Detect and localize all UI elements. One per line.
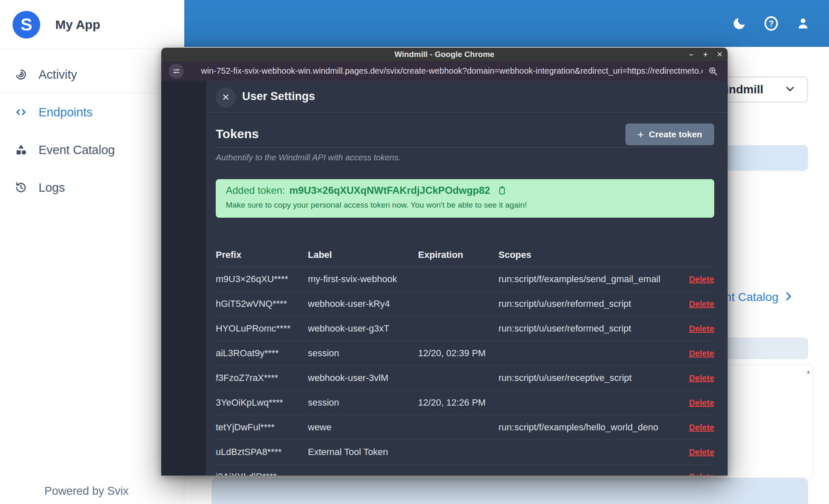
sidebar-item-label: Activity	[39, 68, 77, 82]
added-token-text: Added token:	[226, 185, 285, 196]
table-row: i9AiXYLdlR**** ... Delete	[216, 465, 714, 476]
table-row: uLdBztSPA8**** External Tool Token Delet…	[216, 440, 714, 465]
sidebar-item-endpoints[interactable]: Endpoints	[0, 97, 184, 127]
table-row: HYOLuPRomc**** webhook-user-g3xT run:scr…	[216, 316, 714, 341]
token-scopes: run:script/u/user/receptive_script	[498, 373, 689, 383]
minimize-button[interactable]: –	[686, 49, 696, 59]
plus-icon: +	[638, 129, 644, 140]
sidebar-item-label: Event Catalog	[39, 143, 115, 157]
divider	[216, 147, 714, 148]
token-prefix: tetYjDwFul****	[216, 422, 308, 433]
delete-token-link[interactable]: Delete	[689, 423, 714, 432]
token-label: webhook-user-3vlM	[308, 373, 418, 383]
sidebar-item-event-catalog[interactable]: Event Catalog	[0, 135, 184, 165]
code-brackets-icon	[14, 105, 28, 119]
table-row: aiL3ROat9y**** session 12/20, 02:39 PM D…	[216, 341, 714, 366]
token-label: webhook-user-kRy4	[308, 298, 418, 309]
sidebar-item-activity[interactable]: Activity	[0, 59, 184, 90]
window-title: Windmill - Google Chrome	[395, 50, 494, 59]
user-icon[interactable]	[795, 16, 811, 31]
page-backdrop	[161, 81, 206, 476]
dark-mode-moon-icon[interactable]	[732, 16, 747, 31]
table-body: m9U3×26qXU**** my-first-svix-webhook run…	[216, 267, 714, 476]
header-expiration: Expiration	[418, 249, 498, 260]
token-scopes: run:script/u/user/reformed_script	[498, 298, 689, 309]
delete-token-link[interactable]: Delete	[689, 398, 714, 408]
header-prefix: Prefix	[216, 249, 308, 260]
svix-logo-icon: S	[13, 11, 40, 39]
token-label: session	[308, 348, 418, 359]
token-label: ...	[308, 471, 418, 476]
settings-page: ✕ User Settings Tokens + Create token Au…	[161, 81, 728, 476]
chrome-window: Windmill - Google Chrome – + ✕ win-752-f…	[161, 48, 728, 476]
shapes-icon	[14, 143, 28, 157]
token-prefix: 3YeOiKpLwq****	[216, 397, 308, 408]
delete-token-link[interactable]: Delete	[689, 299, 714, 309]
token-prefix: hGiT52wVNQ****	[216, 298, 308, 309]
token-label: webhook-user-g3xT	[308, 323, 418, 334]
event-catalog-link[interactable]: ent Catalog	[718, 290, 794, 305]
drawer-title: User Settings	[242, 81, 315, 112]
delete-token-link[interactable]: Delete	[689, 324, 714, 334]
table-row: 3YeOiKpLwq**** session 12/20, 12:26 PM D…	[216, 391, 714, 415]
url-bar[interactable]: win-752-fix-svix-webhook-win.windmill.pa…	[161, 61, 728, 81]
token-expiration: 12/20, 12:26 PM	[418, 397, 498, 408]
table-row: m9U3×26qXU**** my-first-svix-webhook run…	[216, 267, 714, 292]
close-window-button[interactable]: ✕	[715, 49, 725, 59]
url-text[interactable]: win-752-fix-svix-webhook-win.windmill.pa…	[201, 61, 702, 81]
help-icon[interactable]: ?	[764, 16, 779, 31]
token-value: m9U3×26qXUXqNWtFAKrdjJCkPOdwgp82	[289, 185, 490, 196]
create-token-button[interactable]: + Create token	[625, 123, 714, 145]
token-prefix: f3FzoZ7raX****	[216, 373, 308, 383]
window-controls: – + ✕	[686, 48, 725, 61]
table-row: hGiT52wVNQ**** webhook-user-kRy4 run:scr…	[216, 292, 714, 316]
token-prefix: aiL3ROat9y****	[216, 348, 308, 359]
sidebar: S My App Activity Endpoints	[0, 0, 184, 504]
header-label: Label	[308, 249, 418, 260]
history-icon	[14, 181, 28, 194]
sidebar-item-label: Endpoints	[39, 105, 93, 119]
zoom-search-icon[interactable]	[708, 66, 718, 77]
copy-clipboard-icon[interactable]	[497, 185, 507, 195]
svg-text:?: ?	[769, 19, 774, 28]
powered-by-svix: Powered by Svix	[44, 485, 129, 498]
site-settings-icon[interactable]	[169, 64, 184, 79]
token-label: session	[308, 397, 418, 408]
delete-token-link[interactable]: Delete	[689, 349, 714, 358]
topbar: ?	[184, 0, 829, 47]
table-row: f3FzoZ7raX**** webhook-user-3vlM run:scr…	[216, 366, 714, 391]
token-prefix: uLdBztSPA8****	[216, 447, 308, 458]
background-panel: ▲	[725, 365, 813, 478]
scrollbar-up-arrow[interactable]: ▲	[806, 368, 811, 375]
divider	[0, 93, 184, 93]
divider	[206, 112, 728, 113]
delete-token-link[interactable]: Delete	[689, 472, 714, 476]
chevron-right-icon	[783, 291, 794, 304]
delete-token-link[interactable]: Delete	[689, 275, 714, 284]
tokens-subtitle: Authentify to the Windmill API with acce…	[216, 153, 401, 162]
added-token-banner: Added token: m9U3×26qXUXqNWtFAKrdjJCkPOd…	[216, 179, 714, 218]
token-scopes: run:script/f/examples/hello_world_deno	[498, 422, 689, 433]
token-prefix: HYOLuPRomc****	[216, 323, 308, 334]
screen: S My App Activity Endpoints	[0, 0, 829, 504]
table-row: tetYjDwFul**** wewe run:script/f/example…	[216, 415, 714, 440]
token-prefix: m9U3×26qXU****	[216, 274, 308, 285]
sidebar-item-label: Logs	[39, 181, 65, 195]
tokens-table: Prefix Label Expiration Scopes m9U3×26qX…	[216, 243, 714, 476]
token-label: my-first-svix-webhook	[308, 274, 418, 285]
token-copy-warning: Make sure to copy your personal access t…	[226, 201, 704, 210]
app-name: My App	[55, 18, 100, 32]
maximize-button[interactable]: +	[700, 49, 710, 59]
header-scopes: Scopes	[498, 249, 714, 260]
close-icon[interactable]: ✕	[216, 87, 236, 108]
token-scopes: run:script/f/examples/send_gmail_email	[498, 274, 689, 285]
sidebar-item-logs[interactable]: Logs	[0, 172, 184, 203]
delete-token-link[interactable]: Delete	[689, 373, 714, 383]
table-header-row: Prefix Label Expiration Scopes	[216, 243, 714, 267]
user-settings-drawer: ✕ User Settings Tokens + Create token Au…	[206, 81, 728, 476]
token-expiration: 12/20, 02:39 PM	[418, 348, 498, 359]
token-scopes: run:script/u/user/reformed_script	[498, 323, 689, 334]
token-label: External Tool Token	[308, 447, 418, 458]
delete-token-link[interactable]: Delete	[689, 447, 714, 457]
background-banner	[212, 478, 808, 504]
